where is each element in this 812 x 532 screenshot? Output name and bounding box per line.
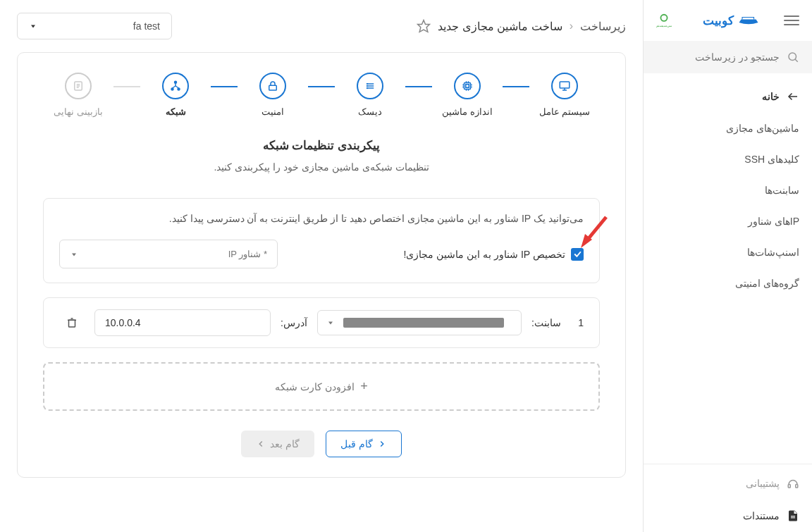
breadcrumb-root[interactable]: زیرساخت (580, 20, 626, 33)
search-bar[interactable] (644, 41, 812, 73)
address-label: آدرس: (281, 317, 307, 328)
svg-marker-9 (418, 20, 430, 32)
footer-docs[interactable]: مستندات (644, 500, 812, 532)
step-size-label: اندازه ماشین (442, 106, 493, 117)
step-disk[interactable]: دیسک (335, 73, 405, 117)
svg-line-3 (795, 59, 798, 62)
plus-icon: + (360, 379, 368, 394)
step-network[interactable]: شبکه (140, 73, 211, 117)
brand-text: کوبیت (703, 13, 734, 28)
wizard-actions: گام قبل گام بعد (43, 431, 600, 457)
step-size[interactable]: اندازه ماشین (432, 73, 503, 117)
annotation-arrow-icon (577, 213, 610, 249)
floating-ip-desc: می‌توانید یک IP شناور به این ماشین مجازی… (59, 213, 584, 224)
lock-icon (266, 80, 279, 92)
nav-ssh-label: کلیدهای SSH (744, 154, 799, 165)
add-network-label: افزودن کارت شبکه (275, 381, 355, 392)
sidebar-footer: پشتیبانی مستندات (644, 464, 812, 532)
subnet-select[interactable] (317, 310, 522, 335)
secondary-logo-icon: سی‌سیستم (656, 13, 672, 28)
nav-secgroups[interactable]: گروه‌های امنیتی (644, 268, 812, 299)
stepper: سیستم عامل اندازه ماشین دیسک (43, 73, 600, 117)
nav-subnets-label: سابنت‌ها (765, 185, 799, 196)
breadcrumb-current: ساخت ماشین مجازی جدید (438, 20, 562, 33)
nav-floatingips[interactable]: IPهای شناور (644, 206, 812, 237)
nav-snapshots-label: اسنپ‌شات‌ها (747, 247, 799, 258)
svg-point-32 (171, 88, 173, 90)
svg-rect-6 (796, 485, 798, 488)
chevron-right-icon (377, 439, 387, 449)
nav-home[interactable]: خانه (644, 80, 812, 113)
hamburger-icon[interactable] (784, 13, 799, 28)
nav-ssh[interactable]: کلیدهای SSH (644, 144, 812, 175)
document-icon (787, 509, 799, 522)
nav-snapshots[interactable]: اسنپ‌شات‌ها (644, 237, 812, 268)
subnet-value-redacted (343, 318, 504, 328)
svg-marker-43 (72, 253, 76, 256)
star-icon[interactable] (417, 19, 431, 33)
floating-ip-select-label: IP شناور * (228, 249, 267, 259)
content: سیستم عامل اندازه ماشین دیسک (0, 52, 643, 495)
project-name: fa test (133, 20, 160, 32)
step-os-label: سیستم عامل (539, 106, 591, 117)
svg-point-27 (367, 84, 368, 85)
floating-ip-check-wrap: تخصیص IP شناور به این ماشین مجازی! (404, 248, 584, 261)
breadcrumb-sep: ‹ (570, 20, 573, 32)
footer-docs-label: مستندات (743, 510, 780, 521)
svg-line-35 (173, 86, 176, 88)
chip-icon (461, 80, 474, 92)
nav-subnets[interactable]: سابنت‌ها (644, 175, 812, 206)
arrow-left-icon (787, 90, 799, 103)
floating-ip-check-label: تخصیص IP شناور به این ماشین مجازی! (404, 249, 565, 260)
step-security[interactable]: امنیت (238, 73, 308, 117)
ship-icon (738, 15, 759, 26)
svg-text:سی‌سیستم: سی‌سیستم (656, 24, 672, 28)
step-security-label: امنیت (262, 106, 284, 117)
nav-secgroups-label: گروه‌های امنیتی (735, 278, 799, 289)
svg-point-33 (178, 88, 180, 90)
svg-point-31 (175, 81, 177, 83)
svg-rect-5 (788, 485, 790, 488)
svg-rect-11 (560, 82, 570, 88)
nav-floatingips-label: IPهای شناور (748, 216, 799, 227)
svg-rect-15 (466, 85, 469, 88)
add-network-button[interactable]: + افزودن کارت شبکه (43, 362, 600, 411)
step-line (308, 86, 335, 87)
svg-rect-30 (269, 85, 277, 90)
svg-marker-44 (328, 322, 333, 325)
address-input[interactable] (94, 309, 271, 336)
svg-line-41 (586, 217, 606, 241)
floating-ip-select[interactable]: IP شناور * (59, 240, 278, 268)
chevron-down-icon (326, 318, 335, 327)
step-line (211, 86, 238, 87)
logo: کوبیت (686, 13, 775, 28)
prev-button[interactable]: گام قبل (326, 431, 402, 457)
step-review[interactable]: بازبینی نهایی (43, 73, 113, 117)
nav-vms-label: ماشین‌های مجازی (726, 123, 799, 134)
footer-support[interactable]: پشتیبانی (644, 467, 812, 500)
chevron-left-icon (256, 439, 266, 449)
step-network-label: شبکه (166, 106, 186, 117)
subnet-label: سابنت: (531, 317, 561, 328)
list-icon (72, 80, 85, 92)
chevron-down-icon (70, 250, 78, 259)
nav-home-label: خانه (762, 91, 780, 102)
wizard-card: سیستم عامل اندازه ماشین دیسک (17, 52, 626, 478)
search-input[interactable] (656, 51, 780, 63)
step-os[interactable]: سیستم عامل (529, 73, 600, 117)
step-line (503, 86, 529, 87)
floating-ip-panel: می‌توانید یک IP شناور به این ماشین مجازی… (43, 198, 600, 283)
step-line (405, 86, 432, 87)
floating-ip-checkbox[interactable] (571, 248, 584, 261)
nav-vms[interactable]: ماشین‌های مجازی (644, 113, 812, 144)
svg-point-29 (367, 88, 368, 89)
page-desc: تنظیمات شبکه‌ی ماشین مجازی خود را پیکربن… (43, 161, 600, 173)
sidebar-header: کوبیت سی‌سیستم (644, 0, 812, 41)
topbar: زیرساخت ‹ ساخت ماشین مجازی جدید fa test (0, 0, 643, 52)
svg-point-28 (367, 86, 368, 87)
project-select[interactable]: fa test (17, 13, 172, 39)
svg-line-36 (176, 86, 179, 88)
svg-rect-45 (69, 320, 75, 327)
delete-subnet-button[interactable] (59, 310, 85, 335)
nav: خانه ماشین‌های مجازی کلیدهای SSH سابنت‌ه… (644, 80, 812, 464)
